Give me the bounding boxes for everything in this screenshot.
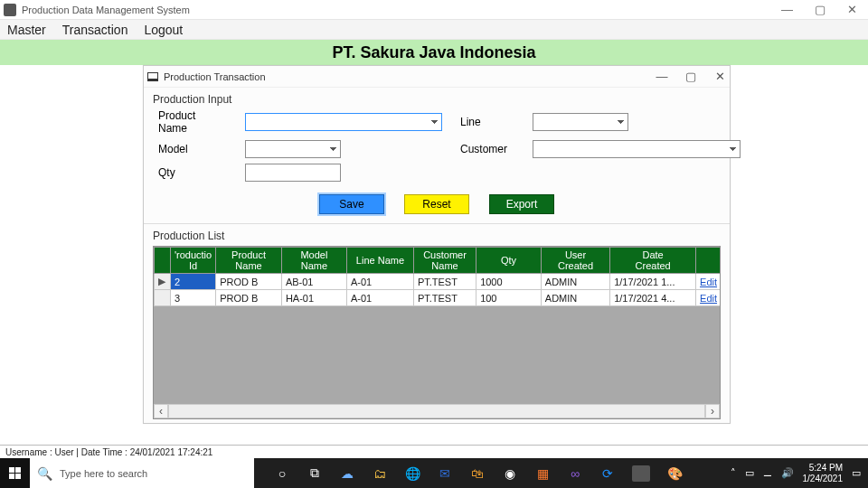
- cell-customer[interactable]: PT.TEST: [413, 274, 476, 290]
- col-qty: Qty: [476, 248, 542, 274]
- button-row: Save Reset Export: [153, 194, 721, 214]
- scroll-track[interactable]: [168, 404, 705, 418]
- col-action: [696, 248, 720, 274]
- col-product-name: ProductName: [216, 248, 282, 274]
- windows-logo-icon: [9, 467, 21, 479]
- system-tray: ˄ ▭ ⚊ 🔊 5:24 PM 1/24/2021 ▭: [723, 463, 869, 484]
- apps-icon[interactable]: ☁: [339, 465, 355, 482]
- maximize-icon[interactable]: ▢: [815, 3, 826, 16]
- cell-date[interactable]: 1/17/2021 1...: [610, 274, 696, 290]
- cell-user[interactable]: ADMIN: [541, 290, 609, 306]
- reset-button[interactable]: Reset: [404, 194, 469, 214]
- taskbar-clock[interactable]: 5:24 PM 1/24/2021: [803, 463, 844, 484]
- status-text: Username : User | Date Time : 24/01/2021…: [5, 447, 212, 457]
- product-name-select[interactable]: [245, 113, 442, 131]
- line-select[interactable]: [533, 113, 628, 131]
- sound-icon[interactable]: 🔊: [781, 467, 794, 479]
- dialog-maximize-icon[interactable]: ▢: [684, 70, 697, 83]
- label-line: Line: [460, 116, 514, 128]
- export-button[interactable]: Export: [489, 194, 554, 214]
- label-customer: Customer: [460, 143, 514, 155]
- cell-id[interactable]: 3: [170, 290, 215, 306]
- visualstudio-icon[interactable]: ∞: [567, 465, 583, 482]
- production-datagrid[interactable]: Production Id'roductioId ProductName Mod…: [154, 247, 720, 306]
- cell-edit[interactable]: Edit: [696, 274, 720, 290]
- qty-input[interactable]: [245, 164, 341, 182]
- col-date-created: DateCreated: [610, 248, 696, 274]
- app-icon: [4, 4, 16, 16]
- xampp-icon[interactable]: ▦: [534, 465, 551, 482]
- battery-icon[interactable]: ▭: [745, 467, 754, 479]
- cell-qty[interactable]: 100: [476, 290, 542, 306]
- cell-edit[interactable]: Edit: [696, 290, 720, 306]
- cell-id[interactable]: 2: [170, 274, 215, 290]
- edit-link[interactable]: Edit: [700, 293, 717, 304]
- statusbar: Username : User | Date Time : 24/01/2021…: [0, 445, 868, 458]
- production-list-area: Production Id'roductioId ProductName Mod…: [153, 246, 721, 419]
- paint-icon[interactable]: 🎨: [666, 465, 683, 482]
- save-button[interactable]: Save: [319, 194, 384, 214]
- cell-date[interactable]: 1/17/2021 4...: [610, 290, 696, 306]
- customer-select[interactable]: [533, 140, 741, 158]
- row-selector[interactable]: [155, 290, 171, 306]
- edge-icon[interactable]: 🌐: [404, 465, 420, 482]
- cell-product[interactable]: PROD B: [216, 290, 282, 306]
- dialog-close-icon[interactable]: ✕: [713, 70, 726, 83]
- menu-logout[interactable]: Logout: [144, 23, 183, 37]
- workspace: Production Transaction — ▢ ✕ Production …: [0, 65, 868, 445]
- notifications-icon[interactable]: ▭: [852, 467, 861, 479]
- company-banner: PT. Sakura Java Indonesia: [0, 40, 868, 65]
- cell-line[interactable]: A-01: [346, 274, 413, 290]
- app-task-icon[interactable]: [632, 465, 650, 482]
- clock-date: 1/24/2021: [803, 474, 844, 484]
- col-user-created: UserCreated: [541, 248, 609, 274]
- teamviewer-icon[interactable]: ⟳: [599, 465, 616, 482]
- row-selector[interactable]: ▶: [155, 274, 171, 290]
- close-icon[interactable]: ✕: [847, 3, 857, 16]
- label-product-name: Product Name: [158, 109, 227, 135]
- task-view-icon[interactable]: ⧉: [307, 465, 323, 482]
- cell-line[interactable]: A-01: [346, 290, 413, 306]
- horizontal-scrollbar[interactable]: ‹ ›: [154, 404, 720, 418]
- outlook-icon[interactable]: ✉: [437, 465, 453, 482]
- menu-transaction[interactable]: Transaction: [62, 23, 128, 37]
- chrome-icon[interactable]: ◉: [502, 465, 518, 482]
- model-select[interactable]: [245, 140, 341, 158]
- table-row[interactable]: 3 PROD B HA-01 A-01 PT.TEST 100 ADMIN 1/…: [155, 290, 721, 306]
- col-model-name: ModelName: [281, 248, 346, 274]
- production-input-label: Production Input: [153, 93, 721, 106]
- task-icons: ○ ⧉ ☁ 🗂 🌐 ✉ 🛍 ◉ ▦ ∞ ⟳ 🎨: [254, 465, 683, 482]
- minimize-icon[interactable]: —: [781, 3, 793, 16]
- cell-customer[interactable]: PT.TEST: [413, 290, 476, 306]
- production-input-form: Product Name Line Model Customer Qty: [153, 109, 721, 182]
- menu-master[interactable]: Master: [7, 23, 46, 37]
- start-button[interactable]: [0, 458, 30, 488]
- cortana-icon[interactable]: ○: [274, 465, 290, 482]
- edit-link[interactable]: Edit: [700, 277, 717, 287]
- search-icon: 🔍: [37, 466, 52, 481]
- label-model: Model: [158, 143, 227, 155]
- store-icon[interactable]: 🛍: [469, 465, 486, 482]
- main-titlebar: Production Data Management System — ▢ ✕: [0, 0, 868, 20]
- menubar: Master Transaction Logout: [0, 20, 868, 40]
- dialog-minimize-icon[interactable]: —: [656, 70, 668, 83]
- wifi-icon[interactable]: ⚊: [763, 467, 772, 479]
- cell-product[interactable]: PROD B: [216, 274, 282, 290]
- clock-time: 5:24 PM: [803, 463, 844, 474]
- cell-user[interactable]: ADMIN: [541, 274, 609, 290]
- cell-model[interactable]: AB-01: [281, 274, 346, 290]
- col-line-name: Line Name: [346, 248, 413, 274]
- dialog-title: Production Transaction: [164, 71, 266, 82]
- monitor-icon: [147, 72, 158, 81]
- taskbar-search[interactable]: 🔍 Type here to search: [30, 458, 254, 488]
- scroll-left-arrow-icon[interactable]: ‹: [154, 404, 168, 418]
- cell-qty[interactable]: 1000: [476, 274, 542, 290]
- table-row[interactable]: ▶ 2 PROD B AB-01 A-01 PT.TEST 1000 ADMIN…: [155, 274, 721, 290]
- production-transaction-dialog: Production Transaction — ▢ ✕ Production …: [143, 65, 731, 424]
- scroll-right-arrow-icon[interactable]: ›: [705, 404, 720, 418]
- taskbar: 🔍 Type here to search ○ ⧉ ☁ 🗂 🌐 ✉ 🛍 ◉ ▦ …: [0, 458, 868, 488]
- explorer-icon[interactable]: 🗂: [372, 465, 388, 482]
- tray-chevron-up-icon[interactable]: ˄: [731, 467, 736, 479]
- search-placeholder: Type here to search: [60, 468, 147, 479]
- cell-model[interactable]: HA-01: [281, 290, 346, 306]
